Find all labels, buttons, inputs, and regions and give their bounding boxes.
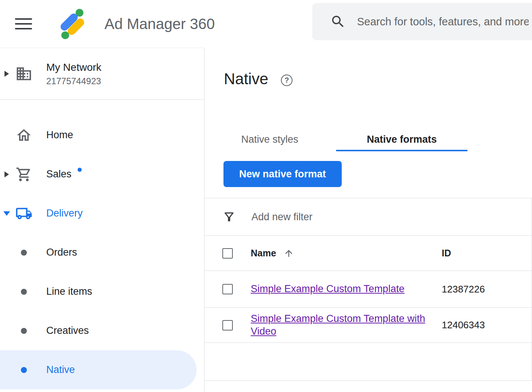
search-input[interactable] bbox=[357, 16, 529, 28]
page-head: Native ? bbox=[224, 69, 532, 89]
native-format-id: 12406343 bbox=[442, 319, 532, 331]
row-checkbox[interactable] bbox=[222, 320, 233, 331]
filter-bar[interactable]: Add new filter bbox=[204, 198, 532, 236]
sidebar-item-label: Orders bbox=[46, 247, 77, 258]
sidebar-item-sales[interactable]: Sales bbox=[0, 155, 204, 194]
id-column-header: ID bbox=[442, 248, 451, 258]
sidebar-item-home[interactable]: Home bbox=[0, 116, 204, 155]
new-native-format-button[interactable]: New native format bbox=[223, 161, 342, 187]
bullet-icon bbox=[13, 250, 34, 256]
bullet-icon bbox=[13, 289, 34, 295]
menu-icon[interactable] bbox=[15, 18, 32, 29]
sidebar-item-label: Native bbox=[46, 364, 75, 376]
expand-arrow-icon[interactable] bbox=[0, 171, 13, 177]
sidebar-item-label: Sales bbox=[46, 168, 72, 180]
truck-icon bbox=[13, 205, 34, 222]
row-checkbox[interactable] bbox=[222, 284, 233, 294]
network-selector[interactable]: My Network 21775744923 bbox=[0, 48, 204, 100]
notification-dot bbox=[78, 168, 82, 172]
bullet-icon bbox=[13, 367, 34, 373]
name-header-label: Name bbox=[251, 248, 276, 259]
main-content: Native ? Native styles Native formats Ne… bbox=[204, 48, 532, 392]
sidebar-item-label: Line items bbox=[46, 286, 92, 297]
sidebar-item-creatives[interactable]: Creatives bbox=[0, 311, 204, 350]
name-column-header[interactable]: Name bbox=[251, 248, 425, 259]
sidebar-item-orders[interactable]: Orders bbox=[0, 233, 204, 272]
native-format-id: 12387226 bbox=[442, 284, 532, 295]
tab-bar: Native styles Native formats bbox=[223, 129, 532, 151]
help-icon[interactable]: ? bbox=[281, 75, 292, 86]
tab-native-formats[interactable]: Native formats bbox=[336, 129, 467, 151]
ad-manager-app: Ad Manager 360 My Network 21775744923 bbox=[0, 0, 532, 392]
sort-ascending-icon[interactable] bbox=[284, 248, 294, 259]
table-row: Simple Example Custom Template with Vide… bbox=[204, 308, 532, 343]
add-filter-label[interactable]: Add new filter bbox=[251, 211, 313, 223]
network-text: My Network 21775744923 bbox=[46, 61, 101, 86]
bullet-icon bbox=[13, 328, 34, 334]
top-header: Ad Manager 360 bbox=[0, 0, 532, 48]
sidebar: My Network 21775744923 Home bbox=[0, 48, 204, 392]
network-name: My Network bbox=[46, 61, 101, 73]
sidebar-item-label: Creatives bbox=[46, 325, 89, 336]
native-formats-table: Add new filter Name bbox=[204, 198, 532, 381]
cart-icon bbox=[13, 166, 34, 183]
sidebar-item-label: Home bbox=[46, 129, 73, 141]
page-title: Native bbox=[224, 69, 268, 89]
select-all-checkbox[interactable] bbox=[222, 248, 233, 259]
filter-funnel-icon bbox=[222, 210, 236, 224]
native-format-link[interactable]: Simple Example Custom Template with Vide… bbox=[251, 313, 425, 337]
sidebar-nav: Home Sales Delivery bbox=[0, 100, 204, 389]
expand-arrow-icon[interactable] bbox=[0, 71, 13, 77]
native-format-link[interactable]: Simple Example Custom Template bbox=[251, 283, 404, 294]
sidebar-item-delivery[interactable]: Delivery bbox=[0, 194, 204, 233]
tab-native-styles[interactable]: Native styles bbox=[223, 129, 316, 151]
search-icon bbox=[330, 14, 346, 29]
sidebar-item-native[interactable]: Native bbox=[0, 350, 197, 389]
collapse-arrow-icon[interactable] bbox=[0, 211, 13, 216]
home-icon bbox=[13, 127, 34, 143]
sidebar-item-line-items[interactable]: Line items bbox=[0, 272, 204, 311]
sidebar-item-label: Delivery bbox=[46, 208, 83, 219]
network-id: 21775744923 bbox=[46, 76, 101, 86]
ad-manager-logo-icon bbox=[55, 7, 90, 41]
global-search[interactable] bbox=[312, 3, 532, 40]
table-row: Simple Example Custom Template 12387226 bbox=[204, 271, 532, 308]
app-title: Ad Manager 360 bbox=[104, 16, 215, 32]
table-header-row: Name ID bbox=[204, 236, 532, 271]
table-empty-area bbox=[204, 343, 532, 381]
building-icon bbox=[13, 65, 34, 82]
